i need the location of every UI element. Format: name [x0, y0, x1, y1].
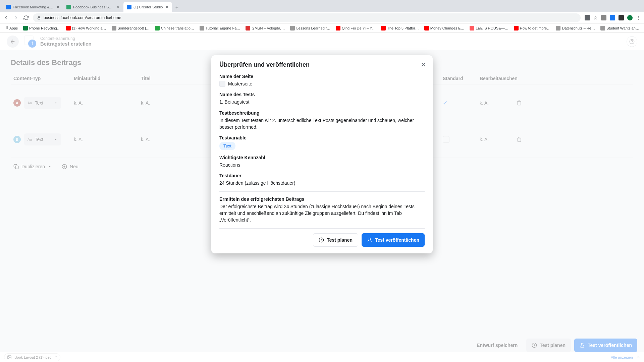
metric-label: Wichtigste Kennzahl — [219, 155, 425, 160]
bookmark-item[interactable]: Lessons Learned f… — [288, 25, 332, 31]
page-name-label: Name der Seite — [219, 74, 425, 79]
close-icon[interactable]: ✕ — [116, 5, 120, 9]
browser-tab-strip: Facebook Marketing & Werbe… ✕ Facebook B… — [0, 0, 644, 12]
favicon-icon — [127, 5, 131, 9]
bookmark-item[interactable]: ⠿Apps — [3, 25, 20, 31]
tab-title: Facebook Business Suite — [73, 5, 114, 9]
bookmark-item[interactable]: Sonderangebot! |… — [110, 25, 152, 31]
new-tab-button[interactable]: + — [172, 3, 181, 12]
desc-value: In diesem Test testen wir 2. unterschied… — [219, 117, 425, 131]
page-name-value: Musterseite — [228, 80, 252, 87]
bookmark-icon — [556, 26, 560, 31]
modal-schedule-button[interactable]: Test planen — [313, 233, 358, 247]
bookmark-item[interactable]: (2) How To Add A… — [643, 25, 644, 31]
bookmarks-bar: ⠿Apps Phone Recycling… (1) How Working a… — [0, 23, 644, 33]
test-name-value: 1. Beitragstest — [219, 99, 425, 105]
reload-icon[interactable] — [23, 15, 29, 20]
browser-tab[interactable]: Facebook Business Suite ✕ — [63, 2, 123, 12]
desc-label: Testbeschreibung — [219, 110, 425, 116]
close-icon[interactable]: ✕ — [165, 5, 169, 9]
beaker-icon — [367, 237, 372, 243]
page-avatar — [219, 81, 225, 87]
avatar-icon[interactable] — [627, 15, 633, 20]
close-icon[interactable]: ✕ — [56, 5, 60, 9]
ext-icon[interactable] — [601, 15, 606, 20]
apps-icon: ⠿ — [5, 26, 8, 30]
bookmark-item[interactable]: Student Wants an… — [598, 25, 641, 31]
test-name-label: Name des Tests — [219, 92, 425, 97]
bookmark-icon — [66, 26, 71, 31]
review-publish-modal: ✕ Überprüfen und veröffentlichen Name de… — [211, 55, 433, 253]
lock-icon — [37, 16, 41, 20]
metric-value: Reactions — [219, 162, 425, 168]
browser-tab[interactable]: Facebook Marketing & Werbe… ✕ — [3, 2, 63, 12]
bookmark-item[interactable]: Qing Fei De Yi – Y… — [334, 25, 378, 31]
bookmark-icon — [600, 26, 605, 31]
extension-icons: ☆ ⋮ — [585, 15, 641, 20]
address-bar: business.facebook.com/creatorstudio/home… — [0, 12, 644, 23]
winner-label: Ermitteln des erfolgreichsten Beitrags — [219, 196, 425, 202]
clock-icon — [319, 237, 324, 243]
winner-text: Der erfolgreichste Beitrag wird 24 Stund… — [219, 203, 425, 224]
bookmark-item[interactable]: Datenschutz – Re… — [554, 25, 597, 31]
divider — [219, 191, 425, 192]
bookmark-icon — [290, 26, 295, 31]
variable-chip: Text — [219, 142, 235, 150]
bookmark-icon — [336, 26, 340, 31]
favicon-icon — [66, 5, 71, 9]
svg-rect-0 — [38, 17, 40, 19]
bookmark-icon — [23, 26, 28, 31]
duration-value: 24 Stunden (zulässige Höchstdauer) — [219, 180, 425, 186]
bookmark-item[interactable]: (1) How Working a… — [64, 25, 108, 31]
back-icon[interactable] — [3, 15, 9, 20]
bookmark-icon — [424, 26, 429, 31]
bookmark-icon — [514, 26, 519, 31]
favicon-icon — [6, 5, 11, 9]
tab-title: (1) Creator Studio — [133, 5, 163, 9]
bookmark-item[interactable]: LEE 'S HOUSE—… — [468, 25, 510, 31]
ext-icon[interactable] — [619, 15, 624, 20]
bookmark-icon — [246, 26, 250, 31]
modal-publish-button[interactable]: Test veröffentlichen — [362, 233, 425, 247]
bookmark-item[interactable]: How to get more… — [512, 25, 553, 31]
bookmark-icon — [155, 26, 160, 31]
bookmark-item[interactable]: Chinese translatio… — [153, 25, 196, 31]
bookmark-item[interactable]: GMSN – Vologda,… — [244, 25, 287, 31]
duration-label: Testdauer — [219, 173, 425, 178]
bookmark-icon — [470, 26, 474, 31]
bookmark-item[interactable]: Money Changes E… — [422, 25, 467, 31]
bookmark-icon — [381, 26, 386, 31]
menu-icon[interactable]: ⋮ — [636, 15, 641, 20]
divider — [219, 228, 425, 229]
url-input[interactable]: business.facebook.com/creatorstudio/home — [33, 13, 581, 22]
close-button[interactable]: ✕ — [419, 60, 428, 69]
browser-tab-active[interactable]: (1) Creator Studio ✕ — [123, 2, 172, 12]
star-icon[interactable]: ☆ — [593, 15, 598, 20]
modal-title: Überprüfen und veröffentlichen — [219, 61, 425, 68]
ext-icon[interactable] — [610, 15, 615, 20]
bookmark-icon — [112, 26, 116, 31]
bookmark-item[interactable]: Phone Recycling… — [21, 25, 63, 31]
bookmark-item[interactable]: The Top 3 Platfor… — [379, 25, 421, 31]
ext-icon[interactable] — [585, 15, 590, 20]
variable-label: Testvariable — [219, 135, 425, 140]
tab-title: Facebook Marketing & Werbe… — [13, 5, 54, 9]
url-text: business.facebook.com/creatorstudio/home — [44, 15, 121, 20]
bookmark-item[interactable]: Tutorial: Eigene Fa… — [198, 25, 243, 31]
bookmark-icon — [200, 26, 204, 31]
forward-icon[interactable] — [13, 15, 19, 20]
